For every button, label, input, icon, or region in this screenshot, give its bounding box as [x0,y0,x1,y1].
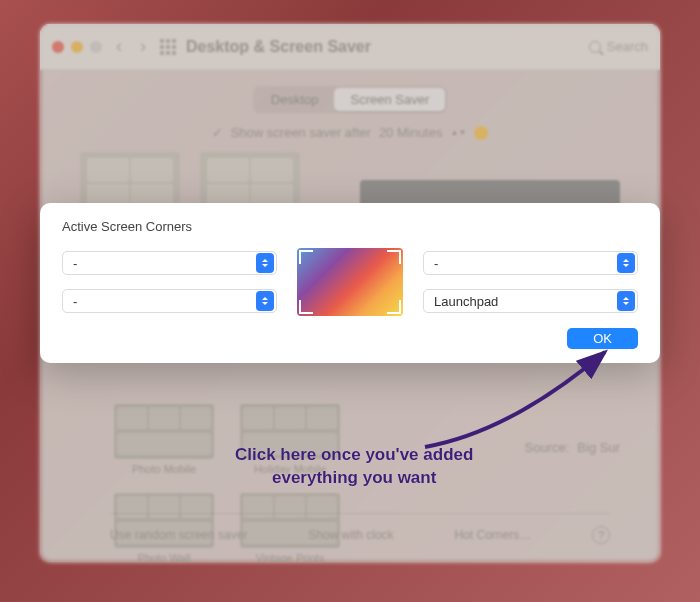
corners-row: - - - Launchpad [62,248,638,316]
corner-marker-icon [299,300,313,314]
callout-line: everything you want [235,467,473,490]
corner-top-right-select[interactable]: - [423,251,638,275]
corner-top-left-value: - [73,256,77,271]
annotation-callout: Click here once you've added everything … [235,444,473,490]
corner-marker-icon [299,250,313,264]
corners-display-preview [297,248,403,316]
ok-button[interactable]: OK [567,328,638,349]
dialog-title: Active Screen Corners [62,219,638,234]
hot-corners-dialog: Active Screen Corners - - - L [40,203,660,363]
updown-icon [617,253,635,273]
corner-marker-icon [387,300,401,314]
updown-icon [617,291,635,311]
updown-icon [256,253,274,273]
corners-right-col: - Launchpad [423,251,638,313]
corner-top-right-value: - [434,256,438,271]
updown-icon [256,291,274,311]
corner-bottom-left-value: - [73,294,77,309]
callout-line: Click here once you've added [235,444,473,467]
corner-bottom-left-select[interactable]: - [62,289,277,313]
corner-bottom-right-select[interactable]: Launchpad [423,289,638,313]
corners-left-col: - - [62,251,277,313]
dialog-button-row: OK [62,328,638,349]
corner-top-left-select[interactable]: - [62,251,277,275]
corner-bottom-right-value: Launchpad [434,294,498,309]
corner-marker-icon [387,250,401,264]
